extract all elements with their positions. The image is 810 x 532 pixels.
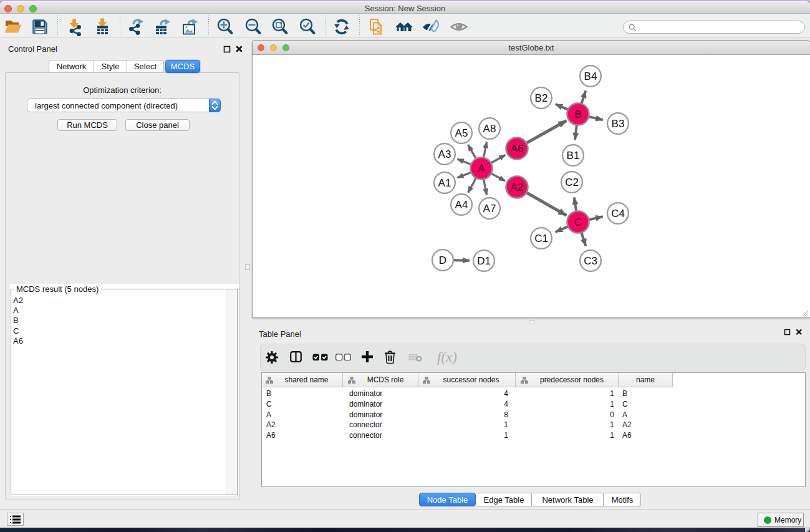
svg-text:A3: A3 — [438, 148, 451, 160]
svg-text:C: C — [574, 216, 582, 228]
svg-text:C4: C4 — [611, 208, 625, 220]
svg-text:A1: A1 — [438, 177, 451, 189]
svg-text:A7: A7 — [483, 203, 496, 215]
svg-text:A5: A5 — [455, 127, 468, 139]
svg-text:B2: B2 — [535, 92, 548, 104]
svg-text:C3: C3 — [584, 255, 597, 267]
svg-text:B1: B1 — [567, 150, 580, 162]
svg-text:C2: C2 — [565, 177, 579, 188]
svg-text:B4: B4 — [584, 70, 597, 82]
svg-text:B3: B3 — [612, 118, 625, 130]
svg-text:B: B — [574, 109, 581, 120]
svg-text:A8: A8 — [483, 123, 496, 135]
svg-text:A4: A4 — [455, 199, 468, 211]
svg-text:A2: A2 — [511, 181, 524, 193]
svg-text:D: D — [439, 254, 446, 266]
svg-text:A: A — [478, 163, 485, 175]
svg-text:D1: D1 — [477, 255, 491, 267]
svg-text:C1: C1 — [534, 233, 548, 244]
svg-text:A6: A6 — [511, 143, 524, 155]
